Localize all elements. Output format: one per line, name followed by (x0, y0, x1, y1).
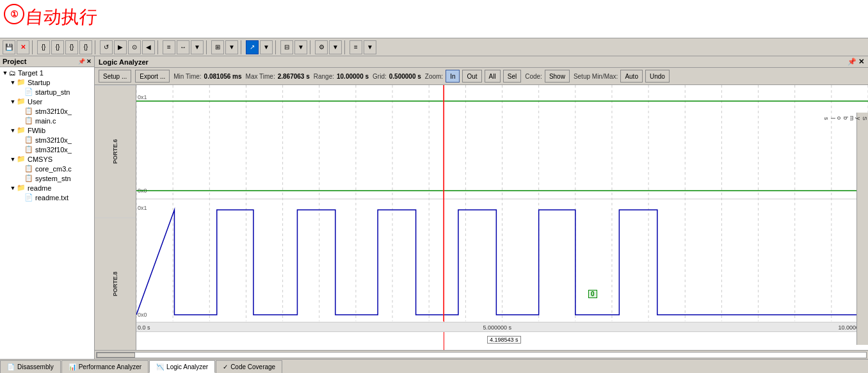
toolbar-braces3[interactable]: {} (65, 40, 78, 54)
toolbar-settings[interactable]: ⚙ (315, 40, 328, 54)
tab-coverage[interactable]: ✓ Code Coverage (216, 360, 282, 373)
tree-target1[interactable]: ▼ 🗂 Target 1 (0, 68, 94, 77)
toolbar-debug[interactable]: ⊙ (128, 40, 141, 54)
symbols-panel: Symbols (856, 113, 868, 345)
toolbar-dd1[interactable]: ▼ (191, 40, 204, 54)
tree-system-stn[interactable]: 📋 system_stn (0, 173, 94, 183)
auto-button[interactable]: Auto (620, 70, 643, 83)
file-icon-startup-stn: 📄 (24, 88, 33, 96)
file-icon-stm3: 📋 (24, 145, 33, 154)
tab-disassembly[interactable]: 📄 Disassembly (0, 360, 61, 373)
tree-core-cm3[interactable]: 📋 core_cm3.c (0, 164, 94, 173)
logic-analyzer-title: Logic Analyzer (99, 58, 149, 66)
toolbar-back[interactable]: ◀ (142, 40, 155, 54)
toolbar-sep-2 (95, 40, 97, 54)
toolbar-redo[interactable]: ↺ (100, 40, 113, 54)
toolbar-list[interactable]: ≡ (163, 40, 175, 54)
setup-button[interactable]: Setup ... (99, 70, 131, 83)
tree-startup-stn[interactable]: 📄 startup_stn (0, 87, 94, 97)
min-time-value: 0.081056 ms (204, 73, 242, 80)
main-toolbar: 💾 ✕ {} {} {} {} ↺ ▶ ⊙ ◀ ≡ ↔ ▼ ⊞ ▼ ↗ ▼ ⊟ … (0, 38, 868, 56)
toolbar-dd4[interactable]: ▼ (294, 40, 307, 54)
tree-stm32f10x3[interactable]: 📋 stm32f10x_ (0, 145, 94, 154)
tree-label-readme: readme (28, 184, 51, 192)
range-label: Range: (314, 73, 334, 80)
tree-toggle-target1: ▼ (1, 70, 9, 76)
zoom-out-button[interactable]: Out (462, 70, 481, 83)
logic-toolbar: Setup ... Export ... Min Time: 0.081056 … (95, 68, 868, 85)
tree-stm32f10x2[interactable]: 📋 stm32f10x_ (0, 135, 94, 145)
grid-group: Grid: 0.500000 s (373, 73, 421, 80)
toolbar-grid[interactable]: ⊞ (211, 40, 224, 54)
zoom-sel-button[interactable]: Sel (503, 70, 521, 83)
panel-close-icon[interactable]: ✕ (86, 58, 92, 65)
tree-cmsys[interactable]: ▼ 📁 CMSYS (0, 154, 94, 164)
toolbar-dd6[interactable]: ▼ (364, 40, 376, 54)
main-container: Project 📌 ✕ ▼ 🗂 Target 1 ▼ 📁 Startup (0, 56, 868, 359)
svg-point-0 (4, 4, 24, 24)
tree-startup[interactable]: ▼ 📁 Startup (0, 77, 94, 87)
project-title: Project (3, 58, 26, 65)
toolbar-dd2[interactable]: ▼ (225, 40, 238, 54)
panel-header-icons: 📌 ✕ (78, 58, 92, 65)
logic-pin-icon[interactable]: 📌 (848, 58, 856, 66)
max-time-label: Max Time: (246, 73, 275, 80)
toolbar-save[interactable]: 💾 (3, 40, 15, 54)
toolbar-dd5[interactable]: ▼ (329, 40, 342, 54)
zoom-all-button[interactable]: All (485, 70, 501, 83)
tree-readme-txt[interactable]: 📄 readme.txt (0, 193, 94, 202)
file-icon-readmetxt: 📄 (24, 193, 33, 202)
logic-panel: Logic Analyzer 📌 ✕ Setup ... Export ... … (95, 56, 868, 359)
toolbar-sep-8 (344, 40, 347, 54)
toolbar-braces2[interactable]: {} (51, 40, 64, 54)
file-icon-main: 📋 (24, 116, 33, 125)
toolbar-dd3[interactable]: ▼ (260, 40, 273, 54)
toolbar-sep-1 (32, 40, 35, 54)
symbol-s[interactable]: Symbols (858, 115, 868, 122)
bottom-tabs: 📄 Disassembly 📊 Performance Analyzer 📉 L… (0, 359, 868, 373)
panel-pin-icon[interactable]: 📌 (78, 58, 85, 65)
file-icon-core: 📋 (24, 164, 33, 173)
tree-user[interactable]: ▼ 📁 User (0, 97, 94, 106)
toolbar-close[interactable]: ✕ (17, 40, 29, 54)
undo-button[interactable]: Undo (645, 70, 670, 83)
logic-close-icon[interactable]: ✕ (858, 58, 864, 66)
show-button[interactable]: Show (545, 70, 570, 83)
toolbar-expand[interactable]: ↔ (177, 40, 189, 54)
range-value: 10.00000 s (337, 73, 369, 80)
tree-fwlib[interactable]: ▼ 📁 FWlib (0, 125, 94, 135)
tab-label-logic: Logic Analyzer (166, 363, 208, 370)
tab-performance[interactable]: 📊 Performance Analyzer (61, 360, 149, 373)
tree-main-c[interactable]: 📋 main.c (0, 116, 94, 125)
signal-chart[interactable]: 0 1 0.0 s 5.000000 s 10.00000 s 4.198543… (136, 85, 868, 350)
content-area: Project 📌 ✕ ▼ 🗂 Target 1 ▼ 📁 Startup (0, 56, 868, 359)
h-scrollbar[interactable] (95, 350, 868, 359)
logic-analyzer-header: Logic Analyzer 📌 ✕ (95, 56, 868, 68)
grid-value: 0.500000 s (389, 73, 421, 80)
scrollbar-thumb[interactable] (97, 353, 135, 358)
svg-text:自动执行: 自动执行 (24, 7, 97, 27)
signal-canvas (136, 85, 868, 350)
tree-readme[interactable]: ▼ 📁 readme (0, 183, 94, 193)
tab-logic[interactable]: 📉 Logic Analyzer (149, 360, 215, 373)
toolbar-minus[interactable]: ⊟ (280, 40, 293, 54)
toolbar-arrow[interactable]: ↗ (246, 40, 259, 54)
toolbar-braces4[interactable]: {} (79, 40, 92, 54)
tree-label-system: system_stn (35, 175, 71, 182)
export-button[interactable]: Export ... (135, 70, 170, 83)
time-start: 0.0 s (138, 324, 150, 331)
toolbar-sep-4 (206, 40, 209, 54)
max-time-group: Max Time: 2.867063 s (246, 73, 310, 80)
toolbar-misc[interactable]: ≡ (350, 40, 362, 54)
toolbar-braces1[interactable]: {} (37, 40, 50, 54)
file-icon-system: 📋 (24, 174, 33, 182)
toolbar-sep-3 (157, 40, 160, 54)
zoom-in-button[interactable]: In (446, 70, 460, 83)
scrollbar-track[interactable] (96, 352, 867, 358)
file-icon-stm1: 📋 (24, 107, 33, 115)
zoom-label: Zoom: (425, 73, 443, 80)
timeline-row: 0.0 s 5.000000 s 10.00000 s (136, 322, 868, 332)
folder-icon-startup: 📁 (17, 78, 26, 86)
tree-stm32f10x1[interactable]: 📋 stm32f10x_ (0, 106, 94, 116)
toolbar-run[interactable]: ▶ (114, 40, 127, 54)
